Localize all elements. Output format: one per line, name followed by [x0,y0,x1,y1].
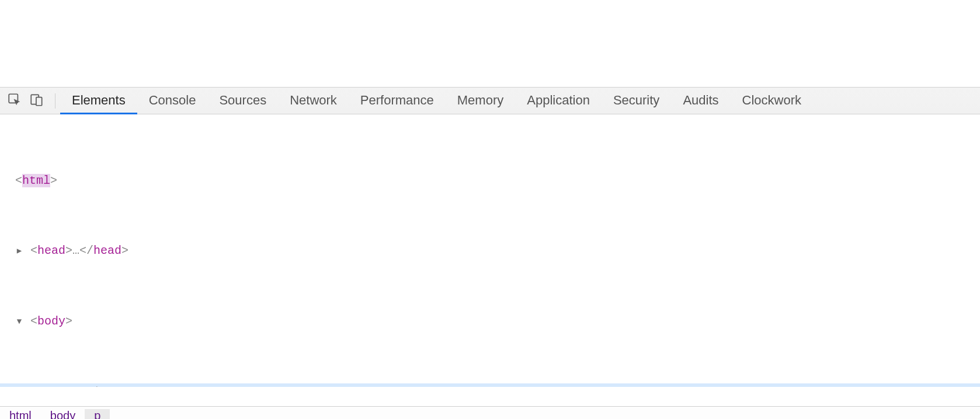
tab-network[interactable]: Network [278,88,349,114]
collapse-arrow-icon[interactable] [15,313,23,330]
breadcrumb-bar: html body p [0,406,980,419]
tag-head-close: head [93,244,121,257]
tag-head: head [37,244,65,257]
node-html-open[interactable]: <html> [0,172,980,190]
breadcrumb-body[interactable]: body [41,409,85,419]
svg-rect-2 [36,97,42,106]
tag-body: body [37,315,65,328]
breadcrumb-p[interactable]: p [85,409,110,419]
breadcrumb-html[interactable]: html [0,409,41,419]
context-menu-icon[interactable]: ••• [2,383,21,387]
tab-application[interactable]: Application [515,88,602,114]
tag-p: p [50,385,57,387]
tab-clockwork[interactable]: Clockwork [731,88,813,114]
selection-var: $0 [92,385,106,387]
tab-memory[interactable]: Memory [446,88,515,114]
page-render-area [0,0,980,88]
collapsed-ellipsis: … [72,244,79,257]
tab-security[interactable]: Security [602,88,671,114]
tab-elements[interactable]: Elements [60,88,137,114]
tab-audits[interactable]: Audits [671,88,730,114]
devtools-toolbar: Elements Console Sources Network Perform… [0,88,980,114]
device-toolbar-icon[interactable] [29,92,44,109]
toolbar-separator [55,93,55,109]
inspect-element-icon[interactable] [7,92,22,109]
devtools-tabs: Elements Console Sources Network Perform… [60,88,813,114]
selection-equals: == [64,385,92,387]
tab-console[interactable]: Console [137,88,208,114]
node-head[interactable]: <head>…</head> [0,242,980,260]
tab-sources[interactable]: Sources [207,88,278,114]
collapse-arrow-icon[interactable] [28,383,36,387]
node-p-open-selected[interactable]: ••• <p> == $0 [0,383,980,387]
node-body-open[interactable]: <body> [0,313,980,331]
expand-arrow-icon[interactable] [15,242,23,260]
tag-html: html [22,174,50,187]
dom-tree[interactable]: <html> <head>…</head> <body> ••• <p> == … [0,115,980,387]
tab-performance[interactable]: Performance [349,88,446,114]
